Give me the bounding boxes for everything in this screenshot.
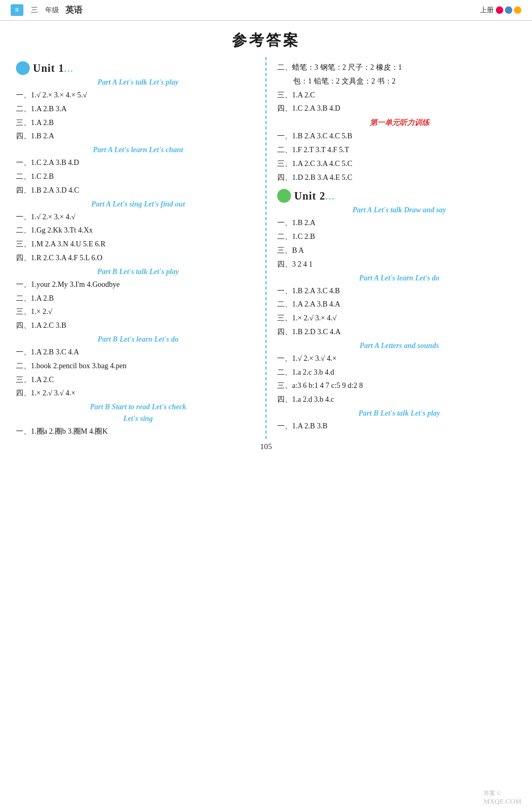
u2-p2-l0: 一、1.√ 2.× 3.√ 4.× <box>277 352 521 365</box>
r-listen-line2: 三、1.A 2.C 3.A 4.C 5.C <box>277 158 521 170</box>
u2-p0-line1: 二、1.C 2.B <box>277 230 521 243</box>
u1-p1-line0: 一、1.C 2.A 3.B 4.D <box>16 156 260 169</box>
u2-p0-line2: 三、B A <box>277 244 521 257</box>
part-b-letssing-heading: Let's sing <box>16 415 260 423</box>
u2-p0-l1: 二、1.C 2.B <box>277 230 521 243</box>
u1-p5-line0: 一、1.圈a 2.圈b 3.圈M 4.圈K <box>16 425 260 438</box>
u2-p2-line2: 三、a:3 6 b:1 4 7 c:5 9 d:2 8 <box>277 379 521 392</box>
grade-badge: ≡ <box>11 4 23 16</box>
u2-part-b-talk-play-heading: Part B Let's talk Let's play <box>277 409 521 418</box>
u1-p2-line2: 三、1.M 2.A 3.N 4.U 5.E 6.R <box>16 238 260 251</box>
u1-p0-line3: 四、1.B 2.A <box>16 130 260 143</box>
u1-p4-l2: 三、1.A 2.C <box>16 374 260 386</box>
u1-p1-line2: 四、1.B 2.A 3.D 4.C <box>16 184 260 197</box>
main-title: 参考答案 <box>0 21 532 57</box>
u1-p4-l3: 四、1.× 2.√ 3.√ 4.× <box>16 387 260 400</box>
u1-p2-l2: 三、1.M 2.A 3.N 4.U 5.E 6.R <box>16 238 260 251</box>
r-u1-l2: 三、1.A 2.C <box>277 89 521 102</box>
u2-p2-l3: 四、1.a 2.d 3.b 4.c <box>277 393 521 406</box>
unit1-right-continuation: 二、蜡笔：3 钢笔：2 尺子：2 橡皮：1 包：1 铅笔：2 文具盒：2 书：2… <box>277 61 521 115</box>
u2-p1-l2: 三、1.× 2.√ 3.× 4.√ <box>277 312 521 325</box>
u2-p1-l1: 二、1.A 2.A 3.B 4.A <box>277 298 521 311</box>
u1-p0-l0-text: 一、1.√ 2.× 3.× 4.× 5.√ <box>16 89 260 102</box>
u2-p3-l0: 一、1.A 2.B 3.B <box>277 420 521 433</box>
u1-p0-line1: 二、1.A 2.B 3.A <box>16 103 260 115</box>
u1-p1-l1: 二、1.C 2.B <box>16 170 260 183</box>
volume-label: 上册 <box>480 5 494 15</box>
r-u1-line3: 四、1.C 2.A 3.B 4.D <box>277 102 521 115</box>
u1-p4-l0: 一、1.A 2.B 3.C 4.A <box>16 346 260 359</box>
unit1-title: Unit 1... <box>33 62 74 75</box>
u2-part-a-learn-do-heading: Part A Let's learn Let's do <box>277 274 521 283</box>
u2-p0-line3: 四、3 2 4 1 <box>277 258 521 271</box>
u1-p4-l1: 二、1.book 2.pencil box 3.bag 4.pen <box>16 360 260 373</box>
watermark-url: MXQE.COM <box>484 797 521 806</box>
u1-p2-l0: 一、1.√ 2.× 3.× 4.√ <box>16 211 260 224</box>
u1-p2-line3: 四、1.R 2.C 3.A 4.F 5.L 6.O <box>16 252 260 264</box>
u1-p3-line3: 四、1.A 2.C 3.B <box>16 319 260 332</box>
r-listen-line1: 二、1.F 2.T 3.T 4.F 5.T <box>277 144 521 156</box>
u2-p0-l0: 一、1.B 2.A <box>277 217 521 229</box>
u1-p1-l2: 四、1.B 2.A 3.D 4.C <box>16 184 260 197</box>
grade-label: 年级 <box>45 5 59 15</box>
page-header: ≡ 三 年级 英语 上册 <box>0 0 532 21</box>
left-column: Unit 1... Part A Let's talk Let's play 一… <box>5 57 267 439</box>
u1-p5-l0: 一、1.圈a 2.圈b 3.圈M 4.圈K <box>16 425 260 438</box>
grade-text: 三 <box>31 5 38 15</box>
unit2-circle <box>277 189 291 203</box>
part-b-talk-play-heading: Part B Let's talk Let's play <box>16 268 260 276</box>
u1-p4-line3: 四、1.× 2.√ 3.√ 4.× <box>16 387 260 400</box>
u2-part-a-talk-draw-heading: Part A Let's talk Draw and say <box>277 206 521 214</box>
u1-p2-line1: 二、1.Gg 2.Kk 3.Tt 4.Xx <box>16 224 260 237</box>
u1-p3-line2: 三、1.× 2.√ <box>16 305 260 318</box>
r-listen-line3: 四、1.D 2.B 3.A 4.E 5.C <box>277 171 521 184</box>
unit1-listening-heading: 第一单元听力训练 <box>277 118 521 128</box>
u1-p3-line1: 二、1.A 2.B <box>16 292 260 305</box>
u2-p2-l2: 三、a:3 6 b:1 4 7 c:5 9 d:2 8 <box>277 379 521 392</box>
u2-p1-line0: 一、1.B 2.A 3.C 4.B <box>277 285 521 297</box>
u1-p0-l2-text: 三、1.A 2.B <box>16 117 260 129</box>
unit2-heading: Unit 2... <box>277 189 521 203</box>
header-right: 上册 <box>480 5 521 15</box>
unit2-title: Unit 2... <box>294 190 335 202</box>
u2-p3-line0: 一、1.A 2.B 3.B <box>277 420 521 433</box>
u1-p0-line0: 一、1.√ 2.× 3.× 4.× 5.√ <box>16 89 260 102</box>
u2-p2-line1: 二、1.a 2.c 3.b 4.d <box>277 366 521 379</box>
r-listen-line0: 一、1.B 2.A 3.C 4.C 5.B <box>277 130 521 143</box>
u2-p0-line0: 一、1.B 2.A <box>277 217 521 229</box>
r-u1-line1: 包：1 铅笔：2 文具盒：2 书：2 <box>277 75 521 88</box>
part-a-talk-play-heading: Part A Let's talk Let's play <box>16 78 260 87</box>
u1-p3-l0: 一、1.your 2.My 3.I'm 4.Goodbye <box>16 278 260 291</box>
r-u1-l1: 包：1 铅笔：2 文具盒：2 书：2 <box>293 75 521 88</box>
u1-p1-line1: 二、1.C 2.B <box>16 170 260 183</box>
right-column: 二、蜡笔：3 钢笔：2 尺子：2 橡皮：1 包：1 铅笔：2 文具盒：2 书：2… <box>267 57 527 439</box>
u2-p2-l1: 二、1.a 2.c 3.b 4.d <box>277 366 521 379</box>
unit1-heading: Unit 1... <box>16 61 260 75</box>
r-listen-l1: 二、1.F 2.T 3.T 4.F 5.T <box>277 144 521 156</box>
u1-p3-l2: 三、1.× 2.√ <box>16 305 260 318</box>
watermark: 答案 © MXQE.COM <box>484 789 521 806</box>
u2-p2-line3: 四、1.a 2.d 3.b 4.c <box>277 393 521 406</box>
grade-icon: ≡ <box>15 6 19 14</box>
u2-p2-line0: 一、1.√ 2.× 3.√ 4.× <box>277 352 521 365</box>
u1-p0-l3-text: 四、1.B 2.A <box>16 130 260 143</box>
r-u1-line0: 二、蜡笔：3 钢笔：2 尺子：2 橡皮：1 <box>277 61 521 74</box>
r-listen-l0: 一、1.B 2.A 3.C 4.C 5.B <box>277 130 521 143</box>
u1-p4-line1: 二、1.book 2.pencil box 3.bag 4.pen <box>16 360 260 373</box>
u2-p0-l2: 三、B A <box>277 244 521 257</box>
u1-p3-l1: 二、1.A 2.B <box>16 292 260 305</box>
circle-blue <box>505 6 512 14</box>
u1-p1-l0: 一、1.C 2.A 3.B 4.D <box>16 156 260 169</box>
circle-red <box>496 6 503 14</box>
watermark-top-line: 答案 © <box>484 789 521 797</box>
u1-p4-line2: 三、1.A 2.C <box>16 374 260 386</box>
u1-p2-line0: 一、1.√ 2.× 3.× 4.√ <box>16 211 260 224</box>
decorative-circles <box>496 6 521 14</box>
u1-p0-l1-text: 二、1.A 2.B 3.A <box>16 103 260 115</box>
subject-text: 英语 <box>65 5 82 16</box>
unit1-circle <box>16 61 30 75</box>
r-listen-l3: 四、1.D 2.B 3.A 4.E 5.C <box>277 171 521 184</box>
u2-p1-line2: 三、1.× 2.√ 3.× 4.√ <box>277 312 521 325</box>
page-number: 105 <box>0 439 532 454</box>
u2-p1-l3: 四、1.B 2.D 3.C 4.A <box>277 326 521 338</box>
